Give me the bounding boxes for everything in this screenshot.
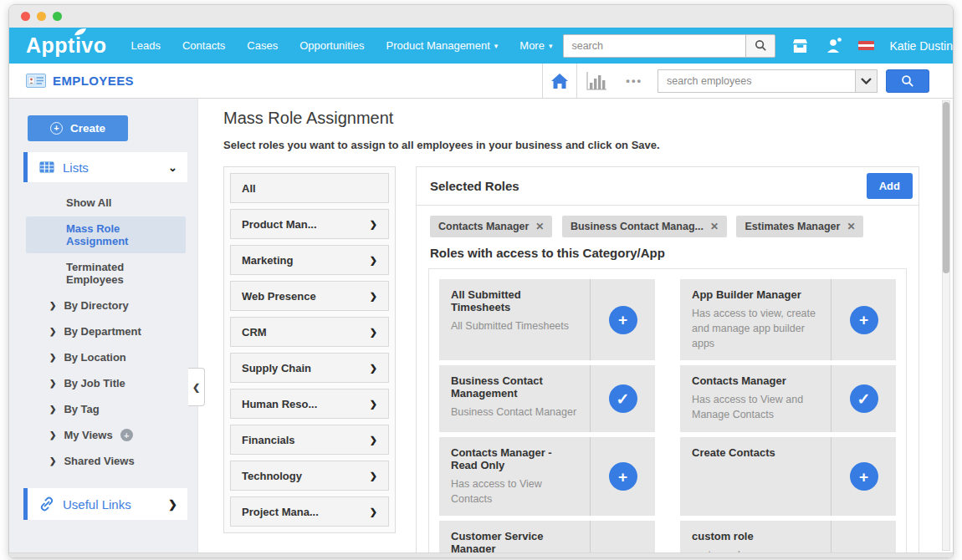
- sidebar-item-by-tag[interactable]: ❯By Tag: [26, 397, 186, 421]
- add-role-button[interactable]: +: [609, 306, 637, 334]
- role-chip[interactable]: Estimates Manager✕: [736, 216, 863, 237]
- window-minimize-button[interactable]: [37, 12, 46, 21]
- roles-access-heading: Roles with access to this Category/App: [430, 246, 905, 260]
- add-button[interactable]: Add: [867, 173, 913, 199]
- chevron-right-icon: ❯: [370, 471, 377, 481]
- employee-search-input[interactable]: [658, 69, 855, 93]
- global-search-input[interactable]: [563, 34, 745, 58]
- sidebar-collapse-handle[interactable]: ❮: [188, 368, 205, 406]
- table-grid-icon: [39, 161, 54, 173]
- search-icon: [901, 74, 914, 88]
- chevron-right-icon: ❯: [370, 399, 377, 410]
- appbar-toolbar: •••: [542, 64, 953, 98]
- role-chip[interactable]: Business Contact Manag...✕: [562, 216, 727, 237]
- add-view-icon[interactable]: +: [120, 429, 133, 441]
- employees-app-icon: [26, 74, 46, 88]
- window-bottom-edge: [9, 552, 953, 557]
- chevron-right-icon: ❯: [370, 219, 377, 230]
- top-menu: Leads Contacts Cases Opportunities Produ…: [120, 28, 564, 64]
- chevron-right-icon: ❯: [49, 430, 56, 440]
- nav-contacts[interactable]: Contacts: [171, 28, 236, 64]
- home-button[interactable]: [542, 64, 577, 98]
- close-icon[interactable]: ✕: [847, 221, 855, 232]
- leaf-icon: [74, 28, 87, 37]
- store-icon[interactable]: [791, 38, 810, 54]
- category-all[interactable]: All: [230, 173, 389, 203]
- nav-cases[interactable]: Cases: [236, 28, 289, 64]
- role-chip[interactable]: Contacts Manager✕: [430, 216, 552, 237]
- role-card: Customer Service ManagerCustomer service…: [439, 521, 655, 552]
- app-bar: EMPLOYEES •••: [9, 64, 953, 99]
- role-title: Contacts Manager - Read Only: [451, 446, 578, 471]
- category-product-management[interactable]: Product Man...❯: [230, 209, 389, 239]
- close-icon[interactable]: ✕: [710, 221, 719, 232]
- sidebar-item-useful-links[interactable]: Useful Links ❯: [28, 488, 187, 520]
- sidebar-item-show-all[interactable]: Show All: [26, 191, 186, 215]
- reports-button[interactable]: [577, 64, 616, 98]
- user-name: Katie Dustin: [889, 39, 952, 53]
- role-description: Business Contact Manager: [451, 405, 578, 420]
- create-button[interactable]: + Create: [28, 115, 128, 141]
- nav-product-management[interactable]: Product Management▾: [375, 28, 509, 64]
- window-close-button[interactable]: [21, 12, 30, 21]
- chevron-right-icon: ❯: [49, 353, 56, 362]
- search-type-dropdown[interactable]: [855, 69, 878, 93]
- add-role-button[interactable]: +: [850, 462, 878, 491]
- add-role-button[interactable]: +: [850, 306, 878, 334]
- active-accent-bar: [23, 152, 28, 182]
- sidebar-item-mass-role-assignment[interactable]: Mass Role Assignment: [26, 216, 186, 253]
- sidebar-item-my-views[interactable]: ❯My Views+: [26, 423, 186, 447]
- role-card: Contacts Manager - Read OnlyHas access t…: [439, 437, 655, 516]
- category-web-presence[interactable]: Web Presence❯: [230, 281, 389, 311]
- chevron-right-icon: ❯: [370, 435, 377, 445]
- category-financials[interactable]: Financials❯: [230, 425, 389, 455]
- sidebar-item-terminated-employees[interactable]: Terminated Employees: [26, 255, 186, 292]
- window-zoom-button[interactable]: [53, 12, 62, 21]
- chevron-right-icon: ❯: [49, 405, 56, 414]
- user-notifications-icon[interactable]: [825, 37, 843, 54]
- add-role-button[interactable]: +: [609, 462, 637, 491]
- link-icon: [39, 496, 54, 512]
- sidebar-item-lists[interactable]: Lists ⌄: [28, 152, 187, 182]
- selected-role-button[interactable]: ✓: [850, 384, 878, 413]
- category-marketing[interactable]: Marketing❯: [230, 245, 389, 275]
- category-technology[interactable]: Technology❯: [230, 461, 389, 491]
- nav-leads[interactable]: Leads: [120, 28, 171, 64]
- home-icon: [550, 73, 569, 89]
- close-icon[interactable]: ✕: [535, 221, 544, 232]
- chevron-down-icon: ⌄: [168, 161, 177, 174]
- more-options-icon[interactable]: •••: [616, 74, 652, 87]
- category-list: All Product Man...❯ Marketing❯ Web Prese…: [223, 166, 396, 533]
- app-title: EMPLOYEES: [53, 74, 134, 88]
- sidebar-item-shared-views[interactable]: ❯Shared Views: [26, 449, 186, 473]
- apptivo-logo[interactable]: Apptivo: [26, 33, 107, 58]
- category-project-management[interactable]: Project Mana...❯: [230, 496, 389, 527]
- sidebar: + Create Lists ⌄ Show All Mass Role Assi…: [9, 99, 198, 552]
- role-title: App Builder Manager: [692, 288, 819, 301]
- global-search: [563, 34, 775, 58]
- nav-more[interactable]: More▾: [509, 28, 563, 64]
- sidebar-item-by-location[interactable]: ❯By Location: [26, 345, 186, 369]
- scrollbar-thumb[interactable]: [943, 102, 949, 273]
- sidebar-item-by-directory[interactable]: ❯By Directory: [26, 293, 186, 318]
- selected-roles-heading: Selected Roles: [430, 179, 519, 193]
- employee-search-button[interactable]: [886, 69, 929, 93]
- category-supply-chain[interactable]: Supply Chain❯: [230, 353, 389, 383]
- category-crm[interactable]: CRM❯: [230, 317, 389, 347]
- role-description: All Submitted Timesheets: [451, 318, 578, 333]
- chevron-right-icon: ❯: [49, 327, 56, 336]
- global-search-button[interactable]: [745, 34, 775, 58]
- window-body: + Create Lists ⌄ Show All Mass Role Assi…: [9, 99, 953, 552]
- user-menu[interactable]: Katie Dustin ▾: [889, 39, 954, 53]
- role-description: Has access to view, create and manage ap…: [692, 306, 819, 351]
- role-title: Contacts Manager: [692, 374, 819, 387]
- chevron-right-icon: ❯: [49, 301, 56, 310]
- search-icon: [755, 39, 767, 52]
- selected-role-button[interactable]: ✓: [609, 384, 637, 413]
- sidebar-item-by-department[interactable]: ❯By Department: [26, 319, 186, 344]
- nav-opportunities[interactable]: Opportunities: [289, 28, 375, 64]
- role-description: Has access to View Contacts: [451, 476, 578, 507]
- sidebar-item-by-job-title[interactable]: ❯By Job Title: [26, 371, 186, 395]
- category-human-resources[interactable]: Human Reso...❯: [230, 389, 389, 419]
- topnav-right: Katie Dustin ▾: [563, 34, 954, 58]
